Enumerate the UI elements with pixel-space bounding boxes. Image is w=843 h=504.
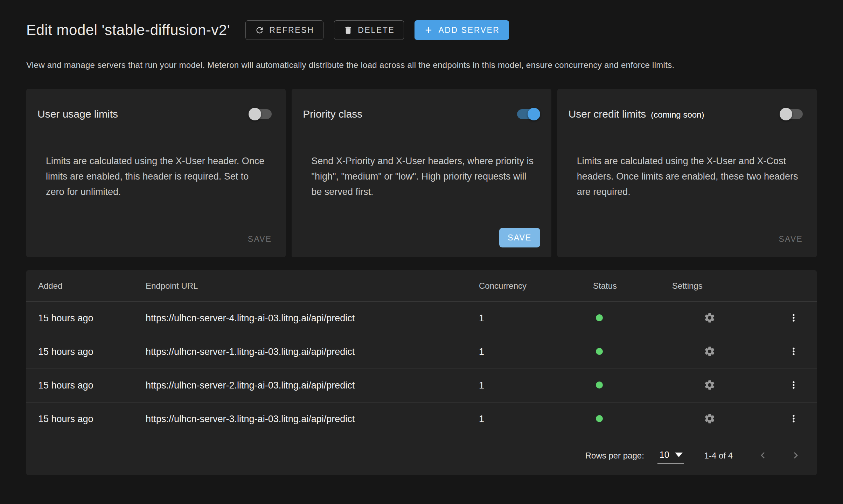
card-title: User usage limits [37, 108, 118, 120]
row-endpoint-url-cell: https://ulhcn-server-1.litng-ai-03.litng… [146, 346, 479, 357]
status-online-dot [596, 415, 603, 422]
user-usage-limits-toggle[interactable] [249, 107, 274, 121]
toggle-knob [528, 108, 540, 120]
row-more-menu-button[interactable] [787, 412, 801, 426]
table-row: 15 hours ago https://ulhcn-server-1.litn… [26, 335, 817, 369]
card-description: Limits are calculated using the X-User a… [569, 153, 806, 200]
toggle-knob [780, 108, 792, 120]
priority-class-toggle[interactable] [514, 107, 540, 121]
page-title: Edit model 'stable-diffusion-v2' [26, 22, 230, 38]
more-vert-icon [788, 413, 799, 424]
dropdown-arrow-icon [675, 453, 683, 457]
row-endpoint-url-cell: https://ulhcn-server-2.litng-ai-03.litng… [146, 380, 479, 391]
column-header-endpoint-url: Endpoint URL [146, 281, 479, 291]
gear-icon [704, 413, 716, 425]
row-settings-cell [672, 378, 770, 393]
table-row: 15 hours ago https://ulhcn-server-3.litn… [26, 402, 817, 436]
row-settings-cell [672, 310, 770, 326]
row-more-menu-button[interactable] [787, 344, 801, 358]
card-priority-class: Priority class Send X-Priority and X-Use… [292, 89, 551, 257]
more-vert-icon [788, 312, 799, 323]
page-description: View and manage servers that run your mo… [26, 60, 817, 70]
status-online-dot [596, 314, 603, 321]
table-header-row: Added Endpoint URL Concurrency Status Se… [26, 270, 817, 302]
save-button[interactable]: SAVE [245, 231, 274, 247]
status-online-dot [596, 382, 603, 388]
save-button[interactable]: SAVE [776, 231, 806, 247]
row-settings-cell [672, 411, 770, 427]
gear-icon [704, 345, 716, 357]
rows-per-page-label: Rows per page: [585, 451, 644, 461]
server-settings-button[interactable] [702, 378, 717, 392]
delete-button[interactable]: DELETE [334, 20, 404, 40]
column-header-settings: Settings [672, 281, 770, 291]
next-page-button[interactable] [789, 448, 803, 463]
row-concurrency-cell: 1 [479, 380, 593, 391]
plus-icon [424, 25, 433, 35]
column-header-status: Status [593, 281, 672, 291]
row-endpoint-url-cell: https://ulhcn-server-4.litng-ai-03.litng… [146, 313, 479, 324]
row-more-menu-button[interactable] [787, 311, 801, 325]
card-description: Limits are calculated using the X-User h… [37, 153, 274, 200]
feature-cards: User usage limits Limits are calculated … [26, 89, 817, 257]
row-added-cell: 15 hours ago [38, 414, 146, 425]
row-added-cell: 15 hours ago [38, 313, 146, 324]
card-description: Send X-Priority and X-User headers, wher… [303, 153, 540, 200]
refresh-button-label: REFRESH [269, 26, 314, 35]
row-menu-cell [787, 311, 817, 326]
row-concurrency-cell: 1 [479, 414, 593, 425]
row-status-cell [593, 414, 672, 425]
card-user-credit-limits: User credit limits (coming soon) Limits … [557, 89, 817, 257]
page-header: Edit model 'stable-diffusion-v2' REFRESH… [26, 20, 817, 40]
table-row: 15 hours ago https://ulhcn-server-2.litn… [26, 369, 817, 402]
previous-page-button[interactable] [756, 448, 770, 463]
row-concurrency-cell: 1 [479, 313, 593, 324]
table-body: 15 hours ago https://ulhcn-server-4.litn… [26, 302, 817, 436]
row-added-cell: 15 hours ago [38, 380, 146, 391]
server-settings-button[interactable] [702, 411, 717, 426]
chevron-left-icon [757, 449, 769, 462]
save-button[interactable]: SAVE [499, 228, 540, 247]
add-server-button[interactable]: ADD SERVER [414, 20, 509, 40]
refresh-icon [255, 26, 264, 35]
rows-per-page-select[interactable]: 10 [657, 448, 684, 464]
card-title: User credit limits [569, 108, 646, 120]
row-status-cell [593, 380, 672, 391]
toolbar: REFRESH DELETE ADD SERVER [245, 20, 509, 40]
row-settings-cell [672, 344, 770, 360]
server-settings-button[interactable] [702, 310, 717, 325]
more-vert-icon [788, 379, 799, 391]
row-more-menu-button[interactable] [787, 378, 801, 392]
add-server-button-label: ADD SERVER [438, 26, 500, 35]
row-menu-cell [787, 344, 817, 359]
servers-table: Added Endpoint URL Concurrency Status Se… [26, 270, 817, 475]
delete-button-label: DELETE [358, 26, 395, 35]
row-menu-cell [787, 412, 817, 427]
row-status-cell [593, 346, 672, 357]
gear-icon [704, 312, 716, 324]
chevron-right-icon [789, 449, 802, 462]
more-vert-icon [788, 346, 799, 357]
coming-soon-label: (coming soon) [651, 110, 704, 120]
row-endpoint-url-cell: https://ulhcn-server-3.litng-ai-03.litng… [146, 414, 479, 425]
card-user-usage-limits: User usage limits Limits are calculated … [26, 89, 286, 257]
pagination-range-label: 1-4 of 4 [704, 451, 733, 461]
rows-per-page-value: 10 [660, 450, 669, 460]
table-pagination: Rows per page: 10 1-4 of 4 [26, 436, 817, 475]
row-menu-cell [787, 378, 817, 393]
status-online-dot [596, 348, 603, 355]
table-row: 15 hours ago https://ulhcn-server-4.litn… [26, 302, 817, 335]
card-title: Priority class [303, 108, 362, 120]
row-added-cell: 15 hours ago [38, 346, 146, 357]
gear-icon [704, 379, 716, 391]
page: Edit model 'stable-diffusion-v2' REFRESH… [0, 0, 843, 475]
trash-icon [343, 26, 353, 35]
row-concurrency-cell: 1 [479, 346, 593, 357]
refresh-button[interactable]: REFRESH [245, 20, 323, 40]
row-status-cell [593, 313, 672, 324]
server-settings-button[interactable] [702, 344, 717, 359]
column-header-added: Added [38, 281, 146, 291]
user-credit-limits-toggle[interactable] [780, 107, 806, 121]
column-header-concurrency: Concurrency [479, 281, 593, 291]
